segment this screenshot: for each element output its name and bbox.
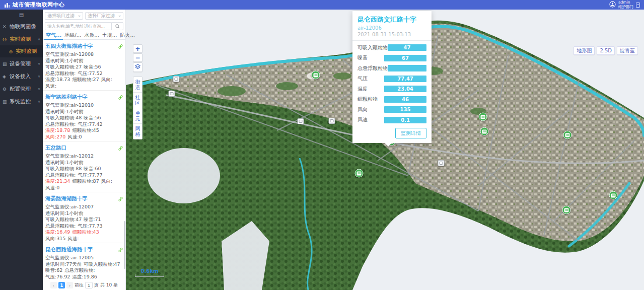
- metric-风速: 风速:: [67, 236, 79, 242]
- station-marker-online[interactable]: [479, 113, 487, 121]
- zoom-out-button[interactable]: −: [133, 53, 142, 62]
- device-access-icon: ◈: [3, 74, 9, 79]
- search-input[interactable]: [45, 22, 111, 30]
- map-level-button-网格[interactable]: 网格: [133, 124, 142, 139]
- station-card[interactable]: 昆仑西路通海路十字空气监测仪:air-12005通讯时间:77天前可吸入颗粒物:…: [43, 243, 125, 280]
- chevron-down-icon: ∨: [118, 14, 121, 18]
- metric-气压: 气压:77.73: [78, 223, 102, 230]
- sidebar-menu: ✕物联网画像◎实时监测∧◎实时监测▤设备管理∨◈设备接入∨⚙配置管理∨▥系统监控…: [0, 20, 43, 108]
- metric-空气监测仪: 空气监测仪:air-12007: [45, 204, 94, 210]
- device-icon: [314, 73, 318, 77]
- station-name: 五四大街海湖路十字: [45, 43, 93, 50]
- station-marker-online[interactable]: [563, 131, 572, 139]
- sidebar-item-设备接入[interactable]: ◈设备接入∨: [0, 70, 43, 83]
- map-level-button-单元[interactable]: 单元: [133, 108, 142, 124]
- scale-label: 0.6km: [135, 268, 164, 274]
- station-marker-offline[interactable]: [438, 160, 445, 166]
- map-view[interactable]: + − 街道社区单元网格 地形图2.5D靛青蓝 0.6km 昆仑西路文汇路十字 …: [126, 10, 644, 290]
- station-card[interactable]: 五四大街海湖路十字空气监测仪:air-12008通讯时间:1小时前可吸入颗粒物:…: [43, 40, 125, 91]
- tab-地磁/...[interactable]: 地磁/...: [63, 31, 83, 39]
- online-link-icon: [118, 194, 123, 203]
- tab-水质...[interactable]: 水质...: [83, 31, 101, 39]
- device-icon: [299, 120, 303, 123]
- basemap-style-靛青蓝[interactable]: 靛青蓝: [617, 46, 638, 55]
- tab-空气...[interactable]: 空气...: [44, 31, 63, 40]
- popup-metric-row: 噪音67: [357, 54, 426, 61]
- topbar: 城市管理物联网中心 admin 维护部门: [0, 0, 644, 10]
- goto-page-input[interactable]: [85, 282, 93, 288]
- sidebar-item-物联网画像[interactable]: ✕物联网画像: [0, 20, 43, 33]
- tab-土壤...[interactable]: 土壤...: [101, 31, 119, 39]
- popup-metric-label: 风速: [357, 116, 368, 123]
- station-marker-online[interactable]: [562, 206, 571, 214]
- metric-空气监测仪: 空气监测仪:air-12008: [45, 51, 94, 58]
- metric-细颗粒物: 细颗粒物:45: [72, 127, 99, 134]
- popup-metric-value: 77.47: [384, 76, 426, 82]
- scale-line: [135, 274, 164, 277]
- station-marker-offline[interactable]: [298, 118, 304, 124]
- metric-空气监测仪: 空气监测仪:air-12012: [45, 153, 94, 160]
- metric-风向: 风向:: [101, 178, 112, 185]
- popup-divider: [352, 40, 432, 41]
- station-marker-online[interactable]: [312, 71, 320, 80]
- station-marker-online[interactable]: [355, 169, 364, 178]
- chevron-up-icon: ∧: [38, 37, 40, 41]
- sidebar-subitem-实时监测[interactable]: ◎实时监测: [0, 45, 43, 57]
- popup-metric-value: 46: [384, 96, 426, 103]
- popup-metric-row: 风速0.1: [357, 116, 426, 123]
- goto-label: 前往: [75, 282, 84, 288]
- popup-metrics: 可吸入颗粒物47噪音67总悬浮颗粒物气压77.47温度23.04细颗粒物46风向…: [357, 44, 426, 124]
- sidebar-item-系统监控[interactable]: ▥系统监控∨: [0, 95, 43, 108]
- search-button[interactable]: [111, 22, 123, 30]
- zoom-in-button[interactable]: +: [133, 44, 142, 53]
- station-card[interactable]: 海晏路海湖路十字空气监测仪:air-12007通讯时间:1小时前可吸入颗粒物:4…: [43, 192, 125, 243]
- station-metrics: 空气监测仪:air-12005通讯时间:77天前可吸入颗粒物:47噪音:62总悬…: [45, 255, 123, 280]
- station-name: 昆仑西路通海路十字: [45, 246, 93, 253]
- metric-总悬浮颗粒物: 总悬浮颗粒物:: [45, 121, 76, 128]
- metric-通讯时间: 通讯时间:1小时前: [45, 210, 84, 217]
- device-manage-icon: ▤: [3, 61, 9, 66]
- logout-icon[interactable]: [636, 3, 640, 8]
- metric-温度: 温度:19.86: [72, 274, 97, 280]
- basemap-style-地形图[interactable]: 地形图: [574, 46, 595, 55]
- metric-噪音: 噪音:60: [84, 166, 101, 172]
- metric-噪音: 噪音:56: [84, 115, 101, 121]
- sidebar-item-配置管理[interactable]: ⚙配置管理∨: [0, 83, 43, 95]
- map-level-button-街道[interactable]: 街道: [133, 77, 142, 93]
- station-card[interactable]: 五岔路口空气监测仪:air-12012通讯时间:1小时前可吸入颗粒物:88噪音:…: [43, 141, 125, 192]
- sidebar-collapse-icon[interactable]: ▤: [0, 10, 43, 20]
- station-metrics: 空气监测仪:air-12010通讯时间:1小时前可吸入颗粒物:48噪音:56总悬…: [45, 102, 123, 140]
- metric-可吸入颗粒物: 可吸入颗粒物:47: [84, 261, 120, 268]
- sidebar-item-设备管理[interactable]: ▤设备管理∨: [0, 57, 43, 70]
- list-scrollbar[interactable]: [124, 221, 125, 269]
- project-filter-select[interactable]: 选择项目过滤 ∨: [45, 12, 83, 20]
- station-metrics: 空气监测仪:air-12012通讯时间:1小时前可吸入颗粒物:88噪音:60总悬…: [45, 153, 123, 191]
- tab-防火...[interactable]: 防火...: [118, 31, 136, 39]
- map-level-button-社区[interactable]: 社区: [133, 93, 142, 108]
- chevron-down-icon: ∨: [78, 14, 81, 18]
- metric-噪音: 噪音:56: [84, 64, 101, 70]
- metric-细颗粒物: 细颗粒物:43: [72, 229, 99, 236]
- user-info[interactable]: admin 维护部门: [618, 1, 633, 9]
- sidebar-item-实时监测[interactable]: ◎实时监测∧: [0, 33, 43, 45]
- page-1-button[interactable]: 1: [58, 282, 65, 288]
- user-avatar-icon[interactable]: [609, 0, 616, 10]
- prev-page-button[interactable]: ‹: [50, 282, 57, 288]
- sidebar-item-label: 系统监控: [10, 98, 31, 105]
- station-card[interactable]: 新宁路胜利路十字空气监测仪:air-12010通讯时间:1小时前可吸入颗粒物:4…: [43, 91, 125, 141]
- layers-button[interactable]: [133, 62, 142, 72]
- sidebar: ▤ ✕物联网画像◎实时监测∧◎实时监测▤设备管理∨◈设备接入∨⚙配置管理∨▥系统…: [0, 10, 43, 290]
- next-page-button[interactable]: ›: [66, 282, 73, 288]
- basemap-style-2.5D[interactable]: 2.5D: [597, 46, 615, 55]
- monitor-detail-button[interactable]: 监测详情: [395, 128, 426, 138]
- station-marker-offline[interactable]: [173, 76, 180, 82]
- metric-风速: 风速:: [88, 280, 99, 280]
- device-icon: [440, 162, 443, 165]
- metric-细颗粒物: 细颗粒物:27: [72, 77, 99, 83]
- station-marker-offline[interactable]: [329, 118, 335, 124]
- station-marker-offline[interactable]: [169, 91, 175, 97]
- station-marker-online[interactable]: [609, 191, 618, 200]
- vendor-filter-select[interactable]: 选择厂家过滤 ∨: [85, 12, 123, 20]
- sidebar-item-label: 设备管理: [10, 60, 31, 67]
- station-marker-online[interactable]: [480, 127, 489, 136]
